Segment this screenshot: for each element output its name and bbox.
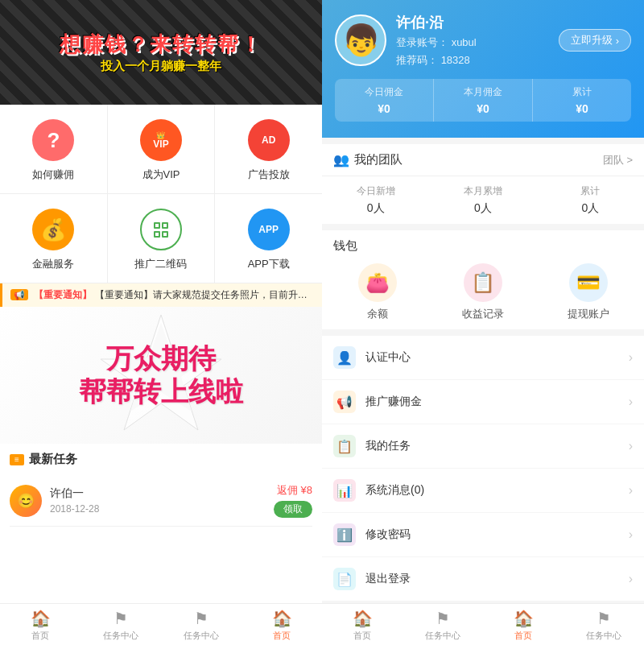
upgrade-button[interactable]: 立即升级 › (559, 29, 631, 52)
finance-icon: 💰 (32, 209, 74, 250)
wallet-withdraw[interactable]: 💳 提现账户 (543, 263, 633, 321)
system-msg-label: 系统消息(0) (365, 483, 629, 498)
menu-qrcode[interactable]: 推广二维码 (108, 194, 215, 283)
task-reward: 返佣 ¥8 (274, 483, 312, 498)
change-pwd-label: 修改密码 (365, 527, 629, 542)
system-msg-icon: 📊 (333, 479, 356, 502)
menu-finance[interactable]: 💰 金融服务 (0, 194, 107, 283)
logout-icon: 📄 (333, 568, 356, 590)
right-home-active-icon: 🏠 (514, 609, 534, 628)
banner-line1: 想赚钱？来转转帮！ (60, 31, 262, 59)
earnings-label: 收益记录 (462, 307, 504, 321)
wallet-balance[interactable]: 👛 余额 (333, 263, 423, 321)
team-today-value: 0人 (325, 201, 426, 216)
right-nav-home-active[interactable]: 🏠 首页 (483, 609, 564, 642)
stat-daily: 今日佣金 ¥0 (335, 79, 434, 122)
system-msg-arrow-icon: › (629, 483, 633, 498)
stat-monthly-value: ¥0 (437, 102, 529, 115)
home-active-icon: 🏠 (272, 609, 292, 628)
team-header: 👥 我的团队 团队 > (322, 144, 644, 176)
stat-total-label: 累计 (536, 85, 628, 99)
task-icon-2: ⚑ (194, 609, 208, 628)
menu-logout[interactable]: 📄 退出登录 › (322, 557, 644, 602)
task-name: 许伯一 (50, 486, 274, 501)
my-tasks-icon: 📋 (333, 435, 356, 457)
right-nav-home[interactable]: 🏠 首页 (322, 609, 402, 642)
right-task2-label: 任务中心 (586, 630, 621, 642)
banner-line2: 投入一个月躺赚一整年 (60, 59, 262, 74)
login-value: xubul (452, 36, 477, 48)
nav-home[interactable]: 🏠 首页 (0, 609, 80, 642)
right-nav-task2[interactable]: ⚑ 任务中心 (564, 609, 644, 642)
menu-grid: ? 如何赚佣 👑 VIP 成为VIP AD 广告投放 💰 金融服务 (0, 105, 322, 283)
tasks-icon: ≡ (10, 454, 24, 465)
withdraw-label: 提现账户 (568, 307, 609, 321)
latest-tasks-header: ≡ 最新任务 (10, 452, 312, 467)
menu-app[interactable]: APP APP下载 (215, 194, 322, 283)
profile-info: 许伯·沿 登录账号： xubul 推荐码： 18328 (396, 13, 559, 68)
profile-referral: 推荐码： 18328 (396, 53, 559, 68)
balance-label: 余额 (367, 307, 388, 321)
task-avatar: 😊 (10, 485, 42, 517)
menu-howto[interactable]: ? 如何赚佣 (0, 105, 107, 193)
main-banner-text: 万众期待 帮帮转上线啦 (79, 342, 243, 408)
promote-label: 推广赚佣金 (365, 395, 629, 409)
right-task-label: 任务中心 (425, 630, 460, 642)
right-home-label: 首页 (353, 630, 371, 642)
app-label: APP下载 (248, 257, 290, 271)
banner-big-line2: 帮帮转上线啦 (79, 375, 243, 408)
stat-total-value: ¥0 (536, 102, 628, 115)
menu-my-tasks[interactable]: 📋 我的任务 › (322, 424, 644, 469)
right-nav-task[interactable]: ⚑ 任务中心 (402, 609, 483, 642)
top-banner: 想赚钱？来转转帮！ 投入一个月躺赚一整年 (0, 0, 322, 105)
nav-task-label-2: 任务中心 (184, 630, 219, 642)
right-panel: 👦 许伯·沿 登录账号： xubul 推荐码： 18328 立即升级 › 今日 (322, 0, 644, 645)
menu-vip[interactable]: 👑 VIP 成为VIP (108, 105, 215, 193)
task-info: 许伯一 2018-12-28 (50, 486, 274, 515)
team-total-value: 0人 (540, 201, 641, 216)
balance-icon: 👛 (358, 263, 397, 302)
notification-bar: 📢 【重要通知】 【重要通知】请大家规范提交任务照片，目前升级会员只支持支付宝 (0, 283, 322, 307)
profile-avatar: 👦 (335, 14, 386, 66)
wallet-earnings[interactable]: 📋 收益记录 (439, 263, 528, 321)
notif-tag: 【重要通知】 (34, 289, 92, 300)
certification-label: 认证中心 (365, 350, 629, 365)
nav-home-active-label: 首页 (273, 630, 291, 642)
logout-arrow-icon: › (629, 572, 633, 586)
change-pwd-arrow-icon: › (629, 527, 633, 542)
nav-task-center-2[interactable]: ⚑ 任务中心 (161, 609, 242, 642)
nav-task-center-1[interactable]: ⚑ 任务中心 (80, 609, 161, 642)
team-link[interactable]: 团队 > (603, 153, 633, 167)
menu-ad[interactable]: AD 广告投放 (215, 105, 322, 193)
notif-text: 【重要通知】请大家规范提交任务照片，目前升级会员只支持支付宝 (95, 289, 322, 300)
team-title-text: 我的团队 (354, 152, 402, 167)
banner-big-line1: 万众期待 (79, 342, 243, 375)
qrcode-icon (140, 209, 182, 250)
profile-name: 许伯·沿 (396, 13, 559, 32)
right-task2-icon: ⚑ (597, 609, 611, 628)
stat-daily-value: ¥0 (338, 102, 430, 115)
my-tasks-arrow-icon: › (629, 439, 633, 453)
team-section: 👥 我的团队 团队 > 今日新增 0人 本月累增 0人 累计 0人 (322, 144, 644, 224)
team-today-label: 今日新增 (325, 184, 426, 198)
task-item: 😊 许伯一 2018-12-28 返佣 ¥8 领取 (10, 475, 312, 527)
howto-label: 如何赚佣 (32, 167, 74, 182)
menu-change-password[interactable]: ℹ️ 修改密码 › (322, 513, 644, 557)
vip-label: 成为VIP (142, 167, 180, 182)
menu-certification[interactable]: 👤 认证中心 › (322, 336, 644, 380)
menu-promote[interactable]: 📢 推广赚佣金 › (322, 380, 644, 424)
profile-top: 👦 许伯·沿 登录账号： xubul 推荐码： 18328 立即升级 › (335, 13, 631, 68)
right-home-active-label: 首页 (514, 630, 532, 642)
stat-monthly-label: 本月佣金 (437, 85, 529, 99)
team-total-label: 累计 (540, 184, 641, 198)
task-claim-button[interactable]: 领取 (274, 501, 312, 518)
team-month-value: 0人 (432, 201, 533, 216)
nav-home-active[interactable]: 🏠 首页 (242, 609, 322, 642)
stat-total: 累计 ¥0 (533, 79, 631, 122)
right-task-icon: ⚑ (436, 609, 450, 628)
latest-tasks-section: ≡ 最新任务 😊 许伯一 2018-12-28 返佣 ¥8 领取 (0, 444, 322, 603)
task-icon-1: ⚑ (114, 609, 128, 628)
team-stats: 今日新增 0人 本月累增 0人 累计 0人 (322, 176, 644, 224)
menu-system-msg[interactable]: 📊 系统消息(0) › (322, 469, 644, 513)
right-bottom-nav: 🏠 首页 ⚑ 任务中心 🏠 首页 ⚑ 任务中心 (322, 603, 644, 645)
